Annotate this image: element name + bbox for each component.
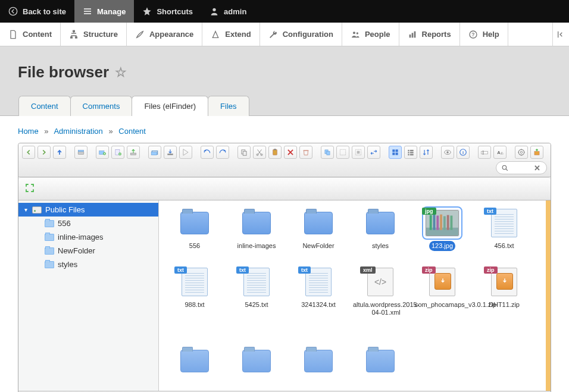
file-item[interactable]: txt988.txt <box>165 268 224 318</box>
puzzle-icon <box>211 30 220 39</box>
tb-info[interactable]: i <box>457 146 470 159</box>
tb-undo[interactable] <box>201 146 214 159</box>
file-item[interactable]: txt3241324.txt <box>289 268 348 318</box>
file-item[interactable]: xml</>altula.wordpress.2015-04-01.xml <box>351 268 410 318</box>
menu-configuration[interactable]: Configuration <box>260 23 342 46</box>
tb-cut[interactable] <box>253 146 266 159</box>
nav-tree: Public Files 556 inline-images NewFolder… <box>18 200 159 391</box>
user-menu[interactable]: admin <box>201 0 255 23</box>
file-item[interactable]: zipcom_phocamaps_v3.0.1.zip <box>412 268 472 318</box>
back-to-site[interactable]: Back to site <box>0 0 74 23</box>
tb-redo[interactable] <box>216 146 229 159</box>
tb-paste[interactable] <box>268 146 282 159</box>
file-item[interactable] <box>289 335 348 367</box>
shortcuts[interactable]: Shortcuts <box>134 0 201 23</box>
tab-files-elfinder[interactable]: Files (elFinder) <box>132 96 208 116</box>
tree-node-556[interactable]: 556 <box>18 217 158 230</box>
back-arrow-icon <box>8 7 18 16</box>
tb-getfile[interactable] <box>179 146 192 159</box>
tb-selectall[interactable] <box>336 146 349 159</box>
tb-edit[interactable]: Aあ <box>493 146 507 159</box>
manage-toggle[interactable]: Manage <box>74 0 134 23</box>
tb-upload[interactable] <box>127 146 140 159</box>
menu-collapse[interactable] <box>552 23 569 46</box>
svg-rect-38 <box>408 152 409 153</box>
tb-download[interactable] <box>164 146 177 159</box>
tb-resize[interactable] <box>515 146 528 159</box>
file-item[interactable] <box>351 335 410 367</box>
folder-icon <box>301 209 336 237</box>
tb-extract[interactable] <box>530 146 543 159</box>
svg-rect-18 <box>130 153 136 155</box>
svg-rect-8 <box>411 33 413 37</box>
tree-node-newfolder[interactable]: NewFolder <box>18 244 158 258</box>
file-item[interactable]: txt5425.txt <box>227 268 286 318</box>
tb-newfile[interactable] <box>111 146 124 159</box>
menu-reports[interactable]: Reports <box>399 23 460 46</box>
tab-content[interactable]: Content <box>18 96 71 116</box>
tab-files[interactable]: Files <box>208 96 249 116</box>
svg-rect-40 <box>410 150 414 151</box>
svg-rect-32 <box>357 151 360 154</box>
tb-rename[interactable] <box>478 146 491 159</box>
search-clear-icon[interactable]: ✕ <box>533 164 542 173</box>
file-item[interactable] <box>165 335 224 367</box>
tb-view-list[interactable] <box>404 146 417 159</box>
svg-rect-35 <box>392 153 395 155</box>
tb-back[interactable] <box>22 146 35 159</box>
menu-structure[interactable]: Structure <box>61 23 127 46</box>
file-item[interactable]: 556 <box>165 209 224 251</box>
tab-comments[interactable]: Comments <box>70 96 133 116</box>
tb-forward[interactable] <box>37 146 51 159</box>
menu-people[interactable]: People <box>342 23 399 46</box>
tree-root[interactable]: Public Files <box>18 203 158 217</box>
elfinder-toolbar-2 <box>18 177 551 200</box>
tb-sort[interactable] <box>420 146 433 159</box>
svg-rect-23 <box>243 151 246 155</box>
crumb-content[interactable]: Content <box>118 127 146 136</box>
menu-extend[interactable]: Extend <box>202 23 260 46</box>
tb-selectinvert[interactable] <box>367 146 380 159</box>
tb-selectnone[interactable] <box>352 146 365 159</box>
menu-content[interactable]: Content <box>0 23 61 46</box>
crumb-admin[interactable]: Administration <box>54 127 102 136</box>
tb-duplicate[interactable] <box>321 146 334 159</box>
svg-text:あ: あ <box>501 151 504 155</box>
menu-help[interactable]: ?Help <box>460 23 508 46</box>
svg-rect-20 <box>151 152 157 155</box>
file-item[interactable]: zipDHT11.zip <box>474 268 534 318</box>
file-item[interactable]: txt456.txt <box>474 209 534 251</box>
folder-icon <box>45 247 54 255</box>
tb-rm[interactable] <box>284 146 297 159</box>
crumb-home[interactable]: Home <box>18 127 39 136</box>
file-item[interactable]: inline-images <box>227 209 286 251</box>
tb-netmount[interactable] <box>74 146 87 159</box>
tb-newfolder[interactable] <box>96 146 109 159</box>
svg-rect-2 <box>73 30 75 32</box>
svg-rect-42 <box>410 154 414 155</box>
file-item[interactable]: styles <box>351 209 410 251</box>
toolbar-search[interactable]: ✕ <box>496 161 547 174</box>
folder-icon <box>45 220 54 227</box>
svg-rect-9 <box>414 31 415 37</box>
tb-preview[interactable] <box>441 146 454 159</box>
file-item[interactable] <box>227 335 286 367</box>
tb-up[interactable] <box>53 146 66 159</box>
tree-node-styles[interactable]: styles <box>18 258 158 271</box>
tb-empty[interactable] <box>299 146 312 159</box>
tb-view-icons[interactable] <box>389 146 402 159</box>
people-icon <box>351 30 360 39</box>
tb-open[interactable] <box>148 146 161 159</box>
svg-rect-33 <box>392 149 395 152</box>
favorite-star-icon[interactable]: ☆ <box>115 65 127 80</box>
svg-rect-57 <box>433 214 436 230</box>
file-item-selected[interactable]: jpg 123.jpg <box>412 209 472 251</box>
tree-node-inline-images[interactable]: inline-images <box>18 230 158 244</box>
file-grid[interactable]: 556 inline-images NewFolder styles jpg 1… <box>159 200 551 391</box>
tb-copy[interactable] <box>237 146 251 159</box>
menu-appearance[interactable]: Appearance <box>127 23 202 46</box>
tb-fullscreen[interactable] <box>22 180 37 197</box>
scrollbar[interactable] <box>546 200 551 391</box>
svg-rect-61 <box>447 215 449 230</box>
file-item[interactable]: NewFolder <box>289 209 348 251</box>
